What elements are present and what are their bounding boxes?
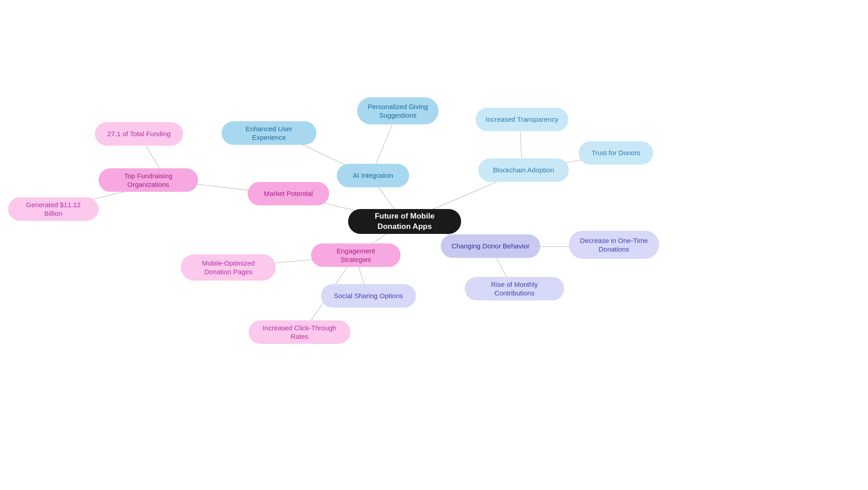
- changing-donor-node[interactable]: Changing Donor Behavior: [441, 234, 540, 258]
- decrease-one-time-node[interactable]: Decrease in One-Time Donations: [569, 231, 659, 259]
- total-funding-node[interactable]: 27.1 of Total Funding: [95, 122, 183, 146]
- increased-ctr-node[interactable]: Increased Click-Through Rates: [249, 320, 350, 344]
- market-potential-node[interactable]: Market Potential: [248, 182, 329, 205]
- rise-monthly-node[interactable]: Rise of Monthly Contributions: [465, 277, 564, 300]
- personalized-giving-node[interactable]: Personalized Giving Suggestions: [357, 97, 439, 124]
- enhanced-ux-node[interactable]: Enhanced User Experience: [222, 121, 316, 145]
- generated-billion-node[interactable]: Generated $11.12 Billion: [8, 197, 99, 221]
- center-node[interactable]: Future of Mobile Donation Apps: [348, 209, 461, 234]
- mind-map-connections: [0, 0, 868, 490]
- increased-transparency-node[interactable]: Increased Transparency: [476, 108, 568, 131]
- trust-for-donors-node[interactable]: Trust for Donors: [579, 141, 653, 165]
- ai-integration-node[interactable]: AI Integration: [337, 164, 409, 187]
- social-sharing-node[interactable]: Social Sharing Options: [321, 284, 416, 308]
- blockchain-node[interactable]: Blockchain Adoption: [478, 158, 569, 182]
- top-fundraising-node[interactable]: Top Fundraising Organizations: [99, 168, 198, 192]
- engagement-strategies-node[interactable]: Engagement Strategies: [311, 243, 401, 267]
- mobile-optimized-node[interactable]: Mobile-Optimized Donation Pages: [181, 254, 276, 281]
